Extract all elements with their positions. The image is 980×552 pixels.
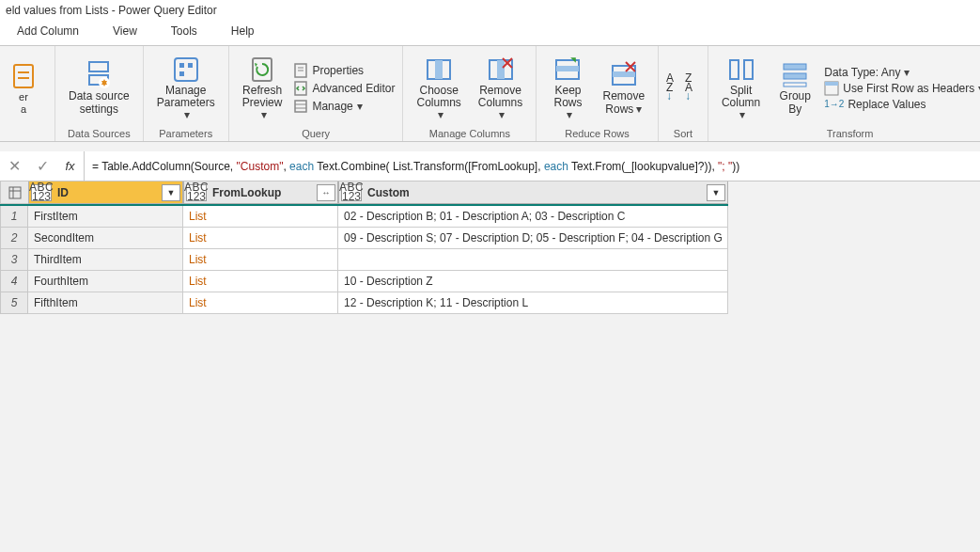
- advanced-editor-icon: [293, 81, 308, 96]
- cell-custom[interactable]: 10 - Description Z: [338, 271, 728, 292]
- remove-rows-button[interactable]: Remove Rows▾: [598, 58, 650, 117]
- svg-rect-19: [435, 60, 443, 79]
- sort-ascending-button[interactable]: AZ↓: [666, 77, 681, 100]
- window-title: eld values from Lists - Power Query Edit…: [0, 0, 980, 19]
- remove-rows-icon: [609, 60, 639, 90]
- choose-columns-button[interactable]: Choose Columns▾: [411, 53, 466, 124]
- svg-rect-43: [9, 187, 21, 198]
- data-grid: ABC123 ID ▼ ABC123 FromLookup ↔ ABC123 C…: [0, 181, 728, 314]
- type-icon[interactable]: ABC123: [341, 184, 362, 201]
- column-header-custom[interactable]: ABC123 Custom ▼: [338, 181, 728, 204]
- group-label-manage-columns: Manage Columns: [429, 126, 510, 139]
- sort-descending-button[interactable]: ZA↓: [685, 77, 700, 100]
- partial-button-left[interactable]: era: [0, 59, 47, 116]
- svg-rect-3: [89, 62, 108, 71]
- ribbon: era Data source settings Data Sources Ma…: [0, 46, 980, 142]
- split-column-button[interactable]: Split Column▾: [716, 53, 766, 124]
- data-source-icon: [84, 60, 114, 90]
- properties-button[interactable]: Properties: [293, 63, 395, 78]
- advanced-editor-button[interactable]: Advanced Editor: [293, 81, 395, 96]
- fx-label: fx: [56, 151, 85, 181]
- svg-rect-7: [179, 63, 184, 68]
- cell-custom[interactable]: [338, 249, 728, 271]
- menu-view[interactable]: View: [96, 21, 154, 41]
- row-number[interactable]: 5: [0, 292, 28, 314]
- replace-values-button[interactable]: 1→2 Replace Values: [824, 99, 980, 110]
- row-number[interactable]: 1: [0, 206, 28, 228]
- svg-rect-36: [825, 82, 838, 86]
- parameters-icon: [171, 55, 201, 85]
- cell-custom[interactable]: 02 - Description B; 01 - Description A; …: [338, 206, 728, 228]
- menu-tools[interactable]: Tools: [154, 21, 214, 41]
- svg-rect-9: [179, 71, 184, 76]
- refresh-icon: [247, 55, 277, 85]
- remove-columns-button[interactable]: Remove Columns▾: [473, 53, 528, 124]
- data-source-settings-button[interactable]: Data source settings: [63, 58, 135, 117]
- svg-rect-0: [14, 65, 33, 87]
- manage-button[interactable]: Manage▾: [293, 99, 395, 114]
- row-number[interactable]: 4: [0, 271, 28, 292]
- group-by-icon: [780, 60, 810, 90]
- svg-rect-34: [784, 83, 806, 87]
- cell-custom[interactable]: 09 - Description S; 07 - Description D; …: [338, 228, 728, 249]
- cell-id[interactable]: SecondItem: [28, 228, 183, 249]
- svg-rect-31: [744, 60, 753, 79]
- cell-id[interactable]: FourthItem: [28, 271, 183, 292]
- formula-cancel-button[interactable]: ✕: [0, 157, 28, 175]
- formula-accept-button[interactable]: ✓: [28, 157, 56, 175]
- cell-id[interactable]: ThirdItem: [28, 249, 183, 271]
- cell-fromlookup[interactable]: List: [183, 228, 338, 249]
- group-label-parameters: Parameters: [159, 126, 212, 139]
- table-row[interactable]: 5FifthItemList12 - Description K; 11 - D…: [0, 292, 728, 314]
- doc-icon: [8, 61, 39, 91]
- svg-rect-25: [556, 66, 579, 71]
- cell-custom[interactable]: 12 - Description K; 11 - Description L: [338, 292, 728, 314]
- cell-fromlookup[interactable]: List: [183, 206, 338, 228]
- data-type-button[interactable]: Data Type: Any▾: [824, 67, 980, 78]
- use-first-row-button[interactable]: Use First Row as Headers▾: [824, 81, 980, 96]
- menu-help[interactable]: Help: [214, 21, 272, 41]
- table-row[interactable]: 1FirstItemList02 - Description B; 01 - D…: [0, 206, 728, 228]
- column-header-id[interactable]: ABC123 ID ▼: [28, 181, 183, 204]
- svg-rect-21: [497, 60, 505, 79]
- table-options-button[interactable]: [0, 181, 28, 204]
- formula-input[interactable]: = Table.AddColumn(Source, "Custom", each…: [85, 159, 980, 173]
- properties-icon: [293, 63, 308, 78]
- cell-id[interactable]: FifthItem: [28, 292, 183, 314]
- type-icon[interactable]: ABC123: [31, 184, 52, 201]
- menu-bar: Add Column View Tools Help: [0, 19, 980, 46]
- refresh-preview-button[interactable]: Refresh Preview▾: [237, 53, 288, 124]
- cell-fromlookup[interactable]: List: [183, 249, 338, 271]
- svg-rect-27: [613, 71, 635, 77]
- column-header-fromlookup[interactable]: ABC123 FromLookup ↔: [183, 181, 338, 204]
- keep-rows-button[interactable]: Keep Rows▾: [544, 53, 592, 124]
- split-column-icon: [726, 55, 756, 85]
- menu-add-column[interactable]: Add Column: [0, 21, 96, 41]
- group-label-query: Query: [302, 126, 330, 139]
- expand-dropdown-icon[interactable]: ↔: [317, 184, 335, 201]
- cell-id[interactable]: FirstItem: [28, 206, 183, 228]
- group-by-button[interactable]: Group By: [771, 58, 818, 117]
- table-row[interactable]: 4FourthItemList10 - Description Z: [0, 271, 728, 292]
- group-label-sort: Sort: [674, 126, 692, 139]
- svg-rect-30: [730, 60, 739, 79]
- row-number[interactable]: 3: [0, 249, 28, 271]
- svg-rect-8: [188, 63, 193, 68]
- filter-dropdown-icon[interactable]: ▼: [162, 184, 180, 201]
- table-row[interactable]: 3ThirdItemList: [0, 249, 728, 271]
- svg-rect-15: [295, 101, 306, 112]
- cell-fromlookup[interactable]: List: [183, 271, 338, 292]
- choose-columns-icon: [424, 55, 454, 85]
- manage-parameters-button[interactable]: Manage Parameters▾: [151, 53, 221, 124]
- table-row[interactable]: 2SecondItemList09 - Description S; 07 - …: [0, 228, 728, 249]
- first-row-icon: [824, 81, 839, 96]
- group-label-reduce-rows: Reduce Rows: [565, 126, 629, 139]
- svg-rect-33: [784, 73, 806, 79]
- group-label-data-sources: Data Sources: [68, 126, 131, 139]
- filter-dropdown-icon[interactable]: ▼: [707, 184, 725, 201]
- type-icon[interactable]: ABC123: [186, 184, 207, 201]
- table-icon: [8, 186, 22, 199]
- row-number[interactable]: 2: [0, 228, 28, 249]
- cell-fromlookup[interactable]: List: [183, 292, 338, 314]
- keep-rows-icon: [552, 55, 583, 85]
